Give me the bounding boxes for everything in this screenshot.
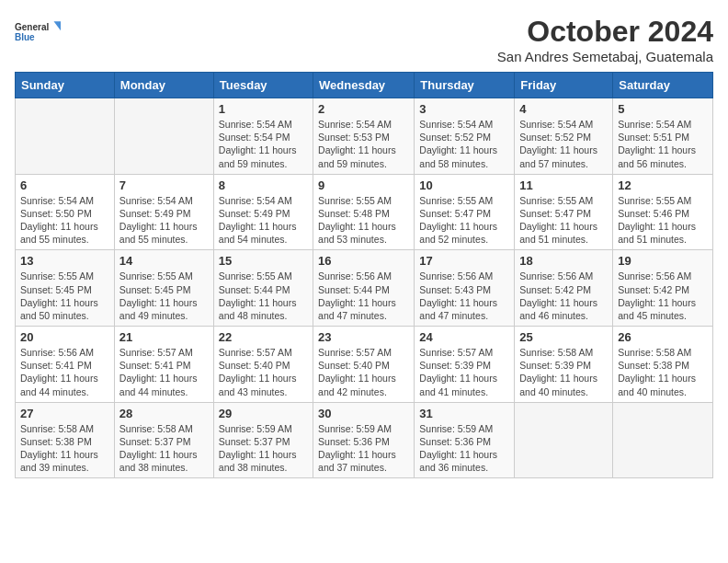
sunset-text: Sunset: 5:45 PM — [20, 283, 109, 296]
cell-content: Sunrise: 5:59 AM Sunset: 5:36 PM Dayligh… — [318, 422, 409, 475]
day-number: 24 — [419, 330, 509, 344]
daylight-text: Daylight: 11 hours and 47 minutes. — [419, 296, 509, 322]
cell-content: Sunrise: 5:55 AM Sunset: 5:45 PM Dayligh… — [20, 270, 109, 322]
sunrise-text: Sunrise: 5:56 AM — [20, 346, 109, 359]
sunset-text: Sunset: 5:44 PM — [318, 283, 409, 296]
day-number: 31 — [419, 407, 509, 420]
daylight-text: Daylight: 11 hours and 38 minutes. — [219, 448, 308, 474]
svg-text:Blue: Blue — [15, 32, 35, 42]
sunset-text: Sunset: 5:42 PM — [519, 283, 608, 296]
page-title: October 2024 — [497, 15, 713, 49]
calendar-cell: 1 Sunrise: 5:54 AM Sunset: 5:54 PM Dayli… — [213, 98, 313, 175]
logo: General Blue — [15, 15, 61, 52]
logo-svg: General Blue — [15, 15, 61, 52]
calendar-cell: 6 Sunrise: 5:54 AM Sunset: 5:50 PM Dayli… — [16, 174, 115, 250]
sunset-text: Sunset: 5:40 PM — [219, 359, 308, 372]
sunset-text: Sunset: 5:47 PM — [419, 207, 509, 220]
daylight-text: Daylight: 11 hours and 59 minutes. — [318, 144, 409, 169]
sunrise-text: Sunrise: 5:54 AM — [419, 118, 509, 131]
cell-content: Sunrise: 5:56 AM Sunset: 5:41 PM Dayligh… — [20, 346, 109, 398]
daylight-text: Daylight: 11 hours and 37 minutes. — [318, 448, 409, 474]
sunset-text: Sunset: 5:36 PM — [419, 435, 509, 448]
cell-content: Sunrise: 5:58 AM Sunset: 5:38 PM Dayligh… — [20, 422, 109, 475]
cell-content: Sunrise: 5:55 AM Sunset: 5:44 PM Dayligh… — [219, 270, 308, 322]
calendar-week-row: 1 Sunrise: 5:54 AM Sunset: 5:54 PM Dayli… — [16, 98, 713, 175]
sunrise-text: Sunrise: 5:57 AM — [419, 346, 509, 359]
day-number: 28 — [119, 407, 209, 420]
sunrise-text: Sunrise: 5:56 AM — [618, 270, 708, 282]
sunset-text: Sunset: 5:37 PM — [219, 435, 308, 448]
day-number: 10 — [419, 178, 509, 192]
day-number: 15 — [219, 254, 308, 268]
sunrise-text: Sunrise: 5:55 AM — [618, 194, 708, 207]
sunset-text: Sunset: 5:50 PM — [20, 207, 109, 220]
cell-content: Sunrise: 5:58 AM Sunset: 5:39 PM Dayligh… — [519, 346, 608, 398]
col-monday: Monday — [114, 73, 213, 98]
daylight-text: Daylight: 11 hours and 51 minutes. — [618, 220, 708, 246]
calendar-cell: 15 Sunrise: 5:55 AM Sunset: 5:44 PM Dayl… — [213, 250, 313, 327]
sunrise-text: Sunrise: 5:56 AM — [519, 270, 608, 282]
day-number: 20 — [20, 330, 109, 344]
day-number: 21 — [119, 330, 209, 344]
calendar-week-row: 6 Sunrise: 5:54 AM Sunset: 5:50 PM Dayli… — [16, 174, 713, 250]
day-number: 8 — [219, 178, 308, 192]
sunrise-text: Sunrise: 5:59 AM — [318, 422, 409, 435]
sunset-text: Sunset: 5:54 PM — [219, 131, 308, 144]
calendar-cell — [613, 402, 713, 478]
day-number: 13 — [20, 254, 109, 268]
daylight-text: Daylight: 11 hours and 40 minutes. — [519, 372, 608, 397]
day-number: 25 — [519, 330, 608, 344]
day-number: 5 — [618, 102, 708, 116]
sunset-text: Sunset: 5:53 PM — [318, 131, 409, 144]
daylight-text: Daylight: 11 hours and 58 minutes. — [419, 144, 509, 169]
day-number: 23 — [318, 330, 409, 344]
calendar-cell: 24 Sunrise: 5:57 AM Sunset: 5:39 PM Dayl… — [415, 327, 515, 403]
sunrise-text: Sunrise: 5:59 AM — [219, 422, 308, 435]
calendar-table: Sunday Monday Tuesday Wednesday Thursday… — [15, 72, 713, 478]
sunrise-text: Sunrise: 5:54 AM — [20, 194, 109, 207]
day-number: 22 — [219, 330, 308, 344]
daylight-text: Daylight: 11 hours and 39 minutes. — [20, 448, 109, 474]
sunrise-text: Sunrise: 5:55 AM — [318, 194, 409, 207]
cell-content: Sunrise: 5:58 AM Sunset: 5:37 PM Dayligh… — [119, 422, 209, 475]
svg-marker-2 — [54, 21, 62, 30]
sunrise-text: Sunrise: 5:58 AM — [519, 346, 608, 359]
calendar-week-row: 27 Sunrise: 5:58 AM Sunset: 5:38 PM Dayl… — [16, 402, 713, 478]
day-number: 17 — [419, 254, 509, 268]
day-number: 16 — [318, 254, 409, 268]
daylight-text: Daylight: 11 hours and 56 minutes. — [618, 144, 708, 169]
daylight-text: Daylight: 11 hours and 48 minutes. — [219, 296, 308, 322]
col-wednesday: Wednesday — [313, 73, 415, 98]
sunrise-text: Sunrise: 5:57 AM — [318, 346, 409, 359]
sunrise-text: Sunrise: 5:54 AM — [318, 118, 409, 131]
sunset-text: Sunset: 5:49 PM — [219, 207, 308, 220]
calendar-cell: 23 Sunrise: 5:57 AM Sunset: 5:40 PM Dayl… — [313, 327, 415, 403]
cell-content: Sunrise: 5:55 AM Sunset: 5:46 PM Dayligh… — [618, 194, 708, 247]
page-subtitle: San Andres Semetabaj, Guatemala — [497, 49, 713, 64]
day-number: 30 — [318, 407, 409, 420]
daylight-text: Daylight: 11 hours and 43 minutes. — [219, 372, 308, 397]
sunset-text: Sunset: 5:38 PM — [618, 359, 708, 372]
sunrise-text: Sunrise: 5:58 AM — [119, 422, 209, 435]
daylight-text: Daylight: 11 hours and 57 minutes. — [519, 144, 608, 169]
sunrise-text: Sunrise: 5:57 AM — [119, 346, 209, 359]
day-number: 2 — [318, 102, 409, 116]
sunrise-text: Sunrise: 5:55 AM — [119, 270, 209, 282]
daylight-text: Daylight: 11 hours and 46 minutes. — [519, 296, 608, 322]
daylight-text: Daylight: 11 hours and 36 minutes. — [419, 448, 509, 474]
calendar-cell: 9 Sunrise: 5:55 AM Sunset: 5:48 PM Dayli… — [313, 174, 415, 250]
sunrise-text: Sunrise: 5:55 AM — [419, 194, 509, 207]
day-number: 29 — [219, 407, 308, 420]
cell-content: Sunrise: 5:57 AM Sunset: 5:40 PM Dayligh… — [318, 346, 409, 398]
daylight-text: Daylight: 11 hours and 44 minutes. — [119, 372, 209, 397]
page-header: General Blue October 2024 San Andres Sem… — [15, 15, 713, 64]
cell-content: Sunrise: 5:59 AM Sunset: 5:37 PM Dayligh… — [219, 422, 308, 475]
day-number: 9 — [318, 178, 409, 192]
sunrise-text: Sunrise: 5:58 AM — [618, 346, 708, 359]
calendar-cell: 3 Sunrise: 5:54 AM Sunset: 5:52 PM Dayli… — [415, 98, 515, 175]
sunrise-text: Sunrise: 5:57 AM — [219, 346, 308, 359]
sunset-text: Sunset: 5:49 PM — [119, 207, 209, 220]
cell-content: Sunrise: 5:54 AM Sunset: 5:49 PM Dayligh… — [119, 194, 209, 247]
cell-content: Sunrise: 5:55 AM Sunset: 5:48 PM Dayligh… — [318, 194, 409, 247]
cell-content: Sunrise: 5:54 AM Sunset: 5:54 PM Dayligh… — [219, 118, 308, 170]
